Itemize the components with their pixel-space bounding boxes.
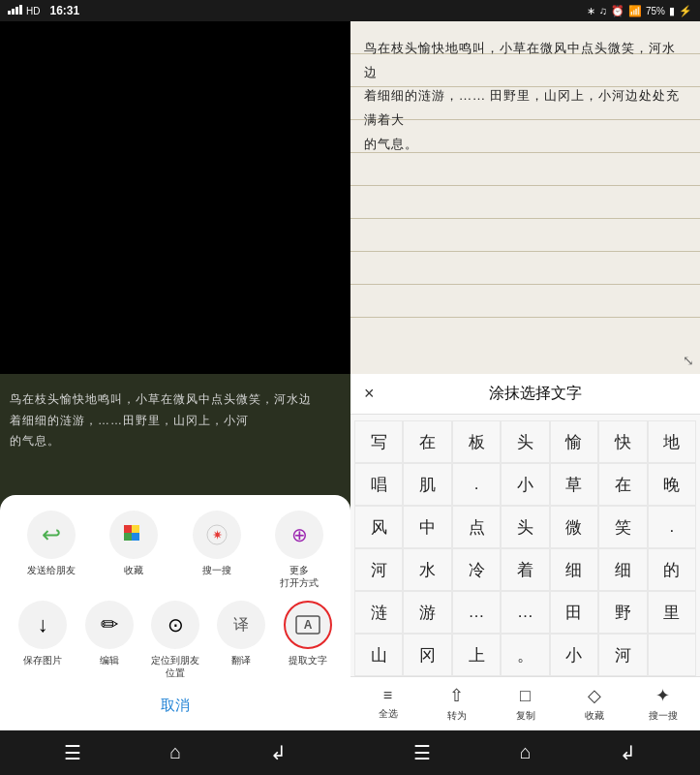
home-button-2[interactable]: ⌂ xyxy=(520,741,532,764)
char-cell[interactable]: 笑 xyxy=(598,506,647,548)
char-cell[interactable]: 河 xyxy=(354,548,403,591)
action-row-1: ↩ 发送给朋友 收藏 xyxy=(10,511,341,589)
top-right-panel: 鸟在枝头愉快地鸣叫，小草在微风中点头微笑，河水边 着细细的涟游，…… 田野里，山… xyxy=(350,21,700,374)
handwriting-text: 鸟在枝头愉快地鸣叫，小草在微风中点头微笑，河水边 着细细的涟游，…… 田野里，山… xyxy=(364,37,686,156)
char-cell[interactable]: 水 xyxy=(403,548,451,591)
char-cell[interactable]: . xyxy=(648,506,696,548)
battery-icon: ▮ xyxy=(669,5,675,17)
action-extract-text[interactable]: A 提取文字 xyxy=(275,601,341,679)
top-left-panel xyxy=(0,21,350,374)
char-cell[interactable]: 。 xyxy=(501,634,549,676)
char-cell[interactable]: 山 xyxy=(354,634,403,676)
char-cell[interactable]: 小 xyxy=(550,634,598,676)
search-text-button[interactable]: ✦ 搜一搜 xyxy=(629,685,696,723)
locate-label: 定位到朋友位置 xyxy=(151,654,199,679)
save-label: 保存图片 xyxy=(23,654,62,666)
char-cell[interactable]: 着 xyxy=(501,548,549,591)
char-cell[interactable]: 河 xyxy=(598,634,647,676)
action-row-2: ↓ 保存图片 ✏ 编辑 ⊙ 定位到朋友位置 译 翻译 xyxy=(10,601,341,679)
home-button[interactable]: ⌂ xyxy=(169,741,181,764)
favorite-icon xyxy=(109,511,158,559)
char-cell[interactable]: 田 xyxy=(550,591,598,634)
save-icon: ↓ xyxy=(18,601,67,649)
char-cell[interactable]: 野 xyxy=(598,591,647,634)
expand-icon[interactable]: ⤡ xyxy=(683,353,694,368)
copy-button[interactable]: □ 复制 xyxy=(492,686,559,723)
char-cell[interactable]: 写 xyxy=(354,420,403,463)
search-text-label: 搜一搜 xyxy=(649,709,678,723)
char-cell[interactable] xyxy=(648,634,696,676)
menu-button-2[interactable]: ☰ xyxy=(413,741,431,764)
text-panel: × 涂抹选择文字 写 在 板 头 愉 快 地 唱 肌 . 小 草 在 晚 风 中… xyxy=(350,374,700,730)
char-cell[interactable]: 在 xyxy=(403,420,451,463)
edit-icon: ✏ xyxy=(85,601,134,649)
char-cell[interactable]: … xyxy=(452,591,501,634)
char-cell[interactable]: 唱 xyxy=(354,463,403,506)
action-locate[interactable]: ⊙ 定位到朋友位置 xyxy=(142,601,208,679)
alarm-icon: ⏰ xyxy=(611,5,624,17)
action-save[interactable]: ↓ 保存图片 xyxy=(10,601,76,679)
char-cell[interactable]: 快 xyxy=(598,420,647,463)
time-display: 16:31 xyxy=(49,4,79,17)
char-cell[interactable]: 草 xyxy=(550,463,598,506)
char-cell[interactable]: 上 xyxy=(452,634,501,676)
char-cell[interactable]: 细 xyxy=(598,548,647,591)
char-cell[interactable]: 头 xyxy=(501,420,549,463)
char-cell[interactable]: … xyxy=(501,591,549,634)
menu-button[interactable]: ☰ xyxy=(64,741,81,764)
select-all-button[interactable]: ≡ 全选 xyxy=(354,687,421,721)
char-cell[interactable]: 的 xyxy=(648,548,696,591)
char-cell[interactable]: 点 xyxy=(452,506,501,548)
action-share[interactable]: ↩ 发送给朋友 xyxy=(16,511,86,589)
char-cell[interactable]: 游 xyxy=(403,591,451,634)
back-button[interactable]: ↲ xyxy=(270,741,287,764)
char-cell[interactable]: 涟 xyxy=(354,591,403,634)
char-cell[interactable]: 风 xyxy=(354,506,403,548)
audio-icon: ♫ xyxy=(599,5,607,16)
action-translate[interactable]: 译 翻译 xyxy=(208,601,274,679)
photo-text: 鸟在枝头愉快地鸣叫，小草在微风中点头微笑，河水边 着细细的涟游，……田野里，山冈… xyxy=(10,389,312,452)
edit-label: 编辑 xyxy=(100,654,119,666)
action-more[interactable]: ⊕ 更多打开方式 xyxy=(264,511,334,589)
char-cell[interactable]: . xyxy=(452,463,501,506)
char-cell[interactable]: 冷 xyxy=(452,548,501,591)
char-cell[interactable]: 冈 xyxy=(403,634,451,676)
char-cell[interactable]: 在 xyxy=(598,463,647,506)
char-cell[interactable]: 头 xyxy=(501,506,549,548)
convert-icon: ⇧ xyxy=(449,685,464,706)
bluetooth-icon: ∗ xyxy=(587,5,595,17)
search-logo-icon: ✴ xyxy=(193,511,241,559)
collect-label: 收藏 xyxy=(585,709,604,723)
wifi-icon: 📶 xyxy=(628,5,642,17)
char-cell[interactable]: 小 xyxy=(501,463,549,506)
action-sheet: ↩ 发送给朋友 收藏 xyxy=(0,495,350,730)
copy-icon: □ xyxy=(520,686,531,706)
svg-text:A: A xyxy=(303,618,312,632)
svg-text:✴: ✴ xyxy=(211,528,222,542)
char-cell[interactable]: 微 xyxy=(550,506,598,548)
copy-label: 复制 xyxy=(516,709,535,723)
action-favorite[interactable]: 收藏 xyxy=(99,511,168,589)
convert-button[interactable]: ⇧ 转为 xyxy=(423,685,490,723)
char-cell[interactable]: 愉 xyxy=(550,420,598,463)
share-icon: ↩ xyxy=(27,511,76,559)
collect-button[interactable]: ◇ 收藏 xyxy=(561,685,627,723)
char-cell[interactable]: 地 xyxy=(648,420,696,463)
action-search[interactable]: ✴ 搜一搜 xyxy=(182,511,252,589)
char-cell[interactable]: 肌 xyxy=(403,463,451,506)
battery-percent: 75% xyxy=(646,6,665,16)
back-button-2[interactable]: ↲ xyxy=(620,741,636,764)
char-cell[interactable]: 中 xyxy=(403,506,451,548)
close-button[interactable]: × xyxy=(364,384,375,404)
extract-icon: A xyxy=(284,601,332,649)
char-cell[interactable]: 细 xyxy=(550,548,598,591)
char-cell[interactable]: 晚 xyxy=(648,463,696,506)
cancel-button[interactable]: 取消 xyxy=(10,691,341,721)
action-edit[interactable]: ✏ 编辑 xyxy=(76,601,141,679)
svg-rect-1 xyxy=(132,525,139,533)
convert-label: 转为 xyxy=(447,709,467,723)
char-cell[interactable]: 里 xyxy=(648,591,696,634)
select-all-label: 全选 xyxy=(379,707,398,721)
char-cell[interactable]: 板 xyxy=(452,420,501,463)
handwriting-paper: 鸟在枝头愉快地鸣叫，小草在微风中点头微笑，河水边 着细细的涟游，…… 田野里，山… xyxy=(350,21,700,374)
